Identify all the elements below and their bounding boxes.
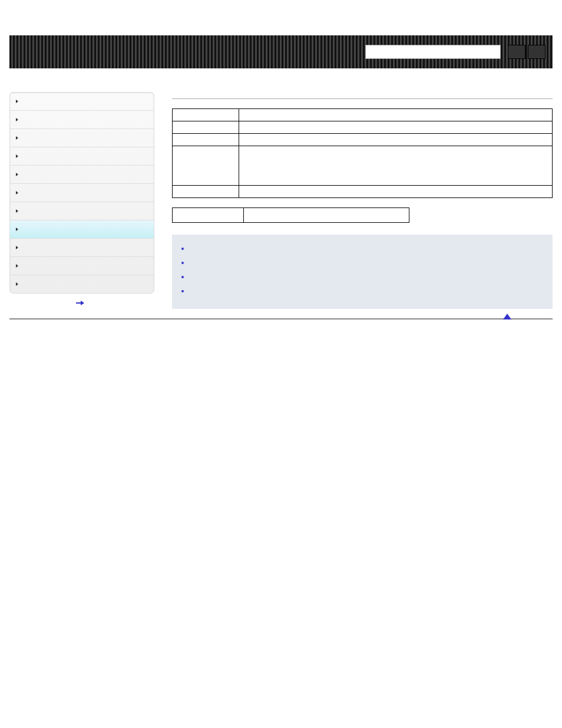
top-bar [9,35,553,68]
sidebar-item-7[interactable] [10,220,154,239]
to-top-icon[interactable] [503,314,511,319]
sidebar-footer-link[interactable] [9,301,154,305]
table-row [173,121,553,134]
table-row [173,146,553,186]
footer-bar [9,318,553,331]
sidebar-item-1[interactable] [10,111,154,129]
info-label [173,109,239,121]
related-link[interactable] [190,286,548,295]
arg-label [173,208,244,223]
info-value [239,146,553,186]
arrow-right-icon [76,301,84,305]
section-heading [172,97,553,99]
related-link[interactable] [190,258,548,266]
sidebar-item-4[interactable] [10,166,154,184]
sidebar [9,92,154,294]
table-row [173,186,553,198]
sidebar-item-2[interactable] [10,129,154,147]
info-value [239,134,553,146]
search-input[interactable] [365,45,501,59]
info-table [172,108,553,198]
info-label [173,134,239,146]
related-link[interactable] [190,272,548,281]
table-row [173,134,553,146]
table-row [173,109,553,121]
sidebar-item-3[interactable] [10,147,154,166]
sidebar-item-5[interactable] [10,184,154,202]
sidebar-item-9[interactable] [10,257,154,275]
arguments-table [172,207,409,223]
info-label [173,146,239,186]
sidebar-item-10[interactable] [10,275,154,293]
info-label [173,121,239,134]
related-link[interactable] [190,244,548,252]
related-topics [172,235,553,309]
sidebar-item-8[interactable] [10,239,154,257]
search-button[interactable] [508,45,525,59]
info-value [239,121,553,134]
sidebar-item-0[interactable] [10,93,154,111]
sidebar-item-6[interactable] [10,202,154,220]
reset-button[interactable] [528,45,546,59]
info-value [239,109,553,121]
table-row [173,208,409,223]
content [154,92,553,309]
info-label [173,186,239,198]
info-value [239,186,553,198]
arg-value [244,208,409,223]
